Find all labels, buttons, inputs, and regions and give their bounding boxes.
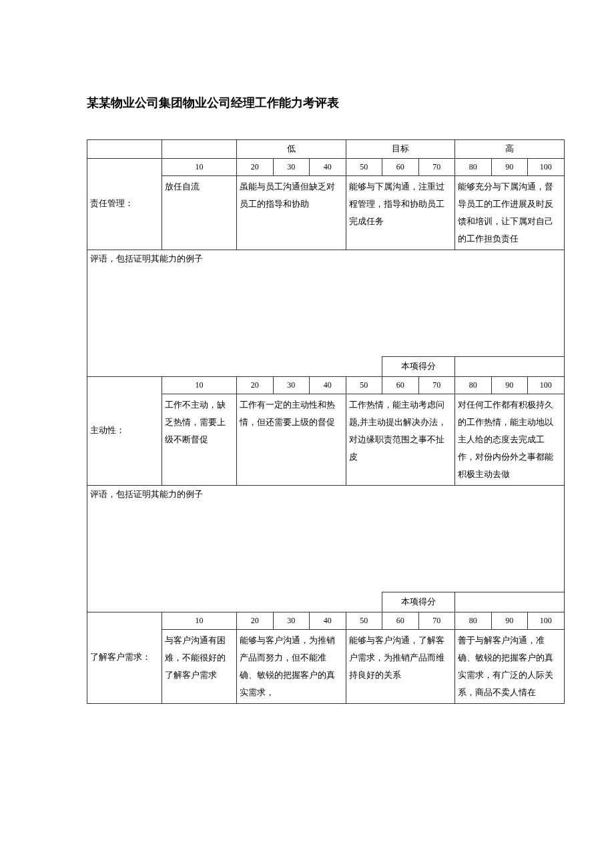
comment-cell: 评语，包括证明其能力的例子 [87,250,565,356]
scale-value: 10 [162,612,237,629]
comment-cell: 评语，包括证明其能力的例子 [87,485,565,592]
scale-value: 70 [418,612,455,629]
scale-value: 100 [528,612,565,629]
scale-value: 20 [237,158,274,175]
scale-value: 70 [418,376,455,394]
scale-value: 90 [491,158,528,175]
score-input[interactable] [455,356,565,376]
section-label: 责任管理： [87,158,162,250]
header-target: 目标 [346,139,455,158]
score-row: 本项得分 [87,356,565,376]
level-desc: 工作有一定的主动性和热情，但还需要上级的督促 [237,394,346,485]
level-desc: 放任自流 [162,175,237,250]
scale-value: 60 [382,376,419,394]
section-label: 主动性： [87,376,162,485]
scale-value: 20 [237,612,274,629]
level-desc: 与客户沟通有困难，不能很好的了解客户需求 [162,629,237,703]
scale-row: 主动性： 10 20 30 40 50 60 70 80 90 100 [87,376,565,394]
scale-value: 60 [382,612,419,629]
scale-value: 10 [162,158,237,175]
score-label: 本项得分 [382,592,455,612]
level-desc: 能够与下属沟通，注重过程管理，指导和协助员工完成任务 [346,175,455,250]
scale-value: 20 [237,376,274,394]
level-desc: 善于与解客户沟通，准确、敏锐的把握客户的真实需求，有广泛的人际关系，商品不卖人情… [455,629,565,703]
level-desc: 能够与客户沟通，了解客户需求，为推销产品而维持良好的关系 [346,629,455,703]
scale-row: 责任管理： 10 20 30 40 50 60 70 80 90 100 [87,158,565,175]
scale-value: 80 [455,612,492,629]
level-desc: 能够与客户沟通，为推销产品而努力，但不能准确、敏锐的把握客户的真实需求， [237,629,346,703]
scale-value: 50 [346,158,382,175]
header-high: 高 [455,139,565,158]
header-row: 低 目标 高 [87,139,565,158]
scale-value: 90 [491,376,528,394]
level-desc: 工作热情，能主动考虑问题,并主动提出解决办法，对边缘职责范围之事不扯皮 [346,394,455,485]
scale-value: 90 [491,612,528,629]
scale-value: 30 [273,158,310,175]
level-desc: 能够充分与下属沟通，督导员工的工作进展及时反馈和培训，让下属对自己的工作担负责任 [455,175,565,250]
header-low: 低 [237,139,346,158]
comment-row: 评语，包括证明其能力的例子 [87,485,565,592]
scale-value: 70 [418,158,455,175]
scale-value: 40 [310,612,346,629]
scale-value: 60 [382,158,419,175]
section-label: 了解客户需求： [87,612,162,703]
scale-value: 30 [273,612,310,629]
scale-value: 80 [455,158,492,175]
score-row: 本项得分 [87,592,565,612]
scale-value: 40 [310,158,346,175]
scale-value: 50 [346,612,382,629]
level-desc: 对任何工作都有积极持久的工作热情，能主动地以主人给的态度去完成工作，对份内份外之… [455,394,565,485]
evaluation-table: 低 目标 高 责任管理： 10 20 30 40 50 60 70 80 90 … [87,139,565,704]
comment-row: 评语，包括证明其能力的例子 [87,250,565,356]
score-input[interactable] [455,592,565,612]
scale-value: 10 [162,376,237,394]
scale-row: 了解客户需求： 10 20 30 40 50 60 70 80 90 100 [87,612,565,629]
scale-value: 80 [455,376,492,394]
scale-value: 100 [528,376,565,394]
score-label: 本项得分 [382,356,455,376]
level-desc: 虽能与员工沟通但缺乏对员工的指导和协助 [237,175,346,250]
scale-value: 50 [346,376,382,394]
page-title: 某某物业公司集团物业公司经理工作能力考评表 [87,93,527,113]
scale-value: 100 [528,158,565,175]
scale-value: 30 [273,376,310,394]
scale-value: 40 [310,376,346,394]
level-desc: 工作不主动，缺乏热情，需要上级不断督促 [162,394,237,485]
